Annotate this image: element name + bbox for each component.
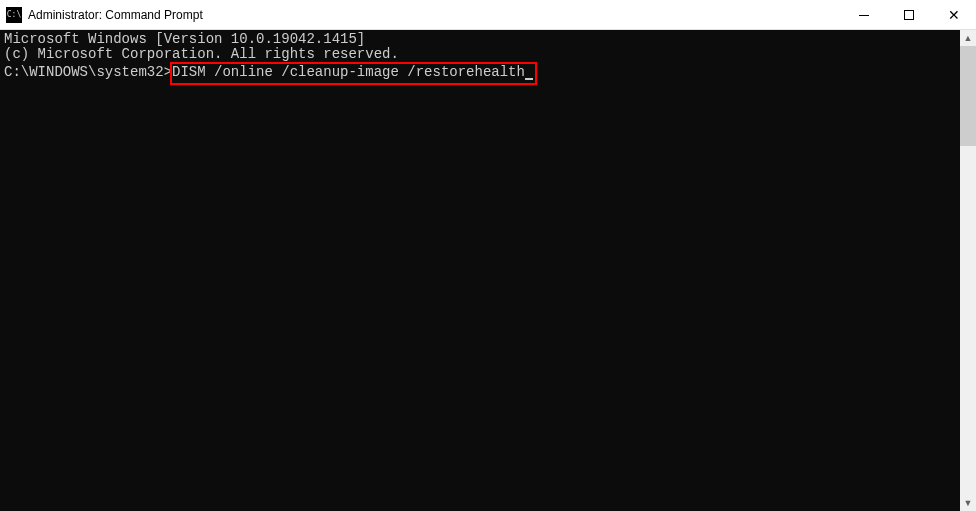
minimize-icon [859,15,869,16]
title-bar: C:\ Administrator: Command Prompt ✕ [0,0,976,30]
minimize-button[interactable] [841,0,886,30]
terminal-container: Microsoft Windows [Version 10.0.19042.14… [0,30,976,511]
window-controls: ✕ [841,0,976,29]
close-icon: ✕ [948,8,960,22]
output-line: Microsoft Windows [Version 10.0.19042.14… [4,32,956,47]
command-text: DISM /online /cleanup-image /restoreheal… [172,64,525,80]
prompt-line: C:\WINDOWS\system32>DISM /online /cleanu… [4,62,537,85]
maximize-button[interactable] [886,0,931,30]
scroll-thumb[interactable] [960,46,976,146]
maximize-icon [904,10,914,20]
cmd-icon: C:\ [6,7,22,23]
output-line: (c) Microsoft Corporation. All rights re… [4,47,956,62]
scroll-up-arrow[interactable]: ▲ [960,30,976,46]
prompt: C:\WINDOWS\system32> [4,64,172,80]
scroll-down-arrow[interactable]: ▼ [960,495,976,511]
cmd-icon-label: C:\ [7,11,21,19]
terminal-output[interactable]: Microsoft Windows [Version 10.0.19042.14… [0,30,960,511]
cursor [525,78,533,80]
vertical-scrollbar[interactable]: ▲ ▼ [960,30,976,511]
window-title: Administrator: Command Prompt [28,8,841,22]
command-highlight: DISM /online /cleanup-image /restoreheal… [170,62,537,85]
close-button[interactable]: ✕ [931,0,976,30]
